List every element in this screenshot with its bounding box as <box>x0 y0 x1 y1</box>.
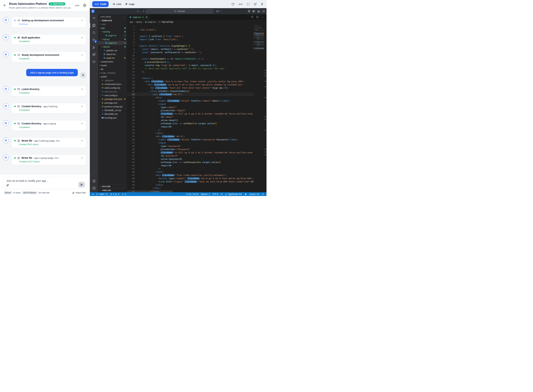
open-changes-icon[interactable] <box>251 16 253 19</box>
breadcrumb-item[interactable]: page.tsx <box>145 21 156 23</box>
chevron-down-icon[interactable] <box>81 54 83 56</box>
tree-item-upload[interactable]: upload <box>98 45 127 48</box>
tree-item-README-AI.md[interactable]: README_AI.md <box>98 108 127 112</box>
tab-live[interactable]: Live <box>113 3 121 5</box>
breadcrumb-item[interactable]: SignUpPage <box>159 21 173 23</box>
source-control-icon[interactable]: 5 <box>90 38 98 42</box>
indentation[interactable]: Spaces: 2 <box>200 193 211 195</box>
tree-item-README.md[interactable]: README.md <box>98 112 127 116</box>
task-card[interactable]: Created directory app/landing Completed <box>11 103 86 113</box>
chevron-down-icon[interactable] <box>81 139 83 142</box>
attach-button[interactable] <box>5 182 10 188</box>
collaborators-icon[interactable] <box>261 3 264 6</box>
send-button[interactable] <box>78 182 85 187</box>
code-editor[interactable]: 1234567891011121314151617181920212223242… <box>127 24 266 192</box>
tab-logs[interactable]: Logs <box>125 3 135 5</box>
horizontal-scrollbar[interactable] <box>127 190 173 192</box>
view-code-icon[interactable]: </> <box>75 4 79 7</box>
remote-window-icon[interactable] <box>216 10 221 13</box>
workspace-root[interactable]: TEMPLATE <box>98 19 127 22</box>
tree-item-hooks[interactable]: hooks <box>98 63 127 67</box>
back-button[interactable] <box>3 4 6 7</box>
embed-code-icon[interactable]: </> <box>238 3 243 5</box>
more-actions-icon[interactable]: ··· <box>261 16 264 19</box>
chevron-down-icon[interactable] <box>81 122 83 125</box>
message-input[interactable]: Ask me to build or modify your app... <box>3 177 87 189</box>
tree-item-page.tsx[interactable]: page.tsxU <box>98 33 127 37</box>
settings-gear-icon[interactable] <box>83 4 86 7</box>
tab-page-tsx[interactable]: page.tsx U ✕ <box>127 14 150 20</box>
tree-item-globals.css[interactable]: #globals.css <box>98 48 127 52</box>
account-icon[interactable] <box>90 179 98 183</box>
nav-back-icon[interactable] <box>137 10 139 13</box>
tree-item-.gitignore[interactable]: .gitignore <box>98 79 127 82</box>
refresh-icon[interactable] <box>231 3 234 6</box>
tree-item-node-modules[interactable]: node_modules <box>98 71 127 75</box>
tree-item-lib[interactable]: lib <box>98 67 127 71</box>
git-branch-indicator[interactable]: main* <box>95 193 109 195</box>
tree-item-components.json[interactable]: {}components.json <box>98 82 127 86</box>
tree-item-public[interactable]: public <box>98 75 127 79</box>
tree-item-next-env.d.ts[interactable]: TSnext-env.d.ts <box>98 90 127 93</box>
outline-section[interactable]: OUTLINE <box>98 184 127 188</box>
layout-customize-icon[interactable] <box>248 10 251 13</box>
task-card[interactable]: Listed directory . Completed <box>11 86 86 96</box>
chevron-down-icon[interactable] <box>81 105 83 108</box>
open-external-icon[interactable] <box>254 3 257 6</box>
problems-indicator[interactable]: 0 0 <box>109 193 121 195</box>
toggle-secondary-sidebar-icon[interactable] <box>262 10 265 13</box>
tree-item-tsconfig.json[interactable]: TStsconfig.json <box>98 116 127 120</box>
tree-item-app[interactable]: app <box>98 26 127 30</box>
tree-item-page.tsx[interactable]: page.tsxM <box>98 56 127 60</box>
timeline-section[interactable]: TIMELINE <box>98 188 127 192</box>
manage-gear-icon[interactable] <box>90 187 98 190</box>
tree-item-page.tsx[interactable]: page.tsxU <box>98 41 127 45</box>
task-card[interactable]: Created directory app/signup Completed <box>11 120 86 131</box>
ports-indicator[interactable]: 0 <box>121 193 127 195</box>
tree-item-landing[interactable]: landing <box>98 30 127 33</box>
command-search-input[interactable]: template <box>146 9 213 14</box>
task-card[interactable]: Wrote file app/signup/page.tsx Created (… <box>11 155 86 165</box>
task-card[interactable]: Setting up development environment Runni… <box>11 17 86 28</box>
extensions-icon[interactable] <box>90 53 98 56</box>
split-editor-icon[interactable] <box>256 16 259 19</box>
explorer-icon[interactable] <box>90 23 98 27</box>
breadcrumb-item[interactable]: app <box>130 21 133 23</box>
breadcrumb-item[interactable]: signup <box>136 21 142 23</box>
attach-files-link[interactable]: Attach files <box>72 191 86 194</box>
task-card[interactable]: Ready development environment Completed <box>11 51 86 62</box>
close-tab-icon[interactable]: ✕ <box>146 16 148 19</box>
tree-item-eslint.config.mjs[interactable]: JSeslint.config.mjs <box>98 86 127 90</box>
toggle-sidebar-icon[interactable] <box>252 10 255 13</box>
remote-indicator[interactable] <box>91 193 95 195</box>
tree-item-components[interactable]: components <box>98 60 127 63</box>
chevron-down-icon[interactable] <box>81 36 83 39</box>
tree-item-package-lock.json[interactable]: {}package-lock.jsonM <box>98 97 127 101</box>
chat-icon[interactable] <box>90 60 98 64</box>
tree-item-next.config.ts[interactable]: TSnext.config.ts <box>98 93 127 97</box>
language-mode[interactable]: { }TypeScript JSX <box>224 193 243 195</box>
breadcrumb[interactable]: app›signup›page.tsx›SignUpPage <box>127 20 266 24</box>
explorer-more-icon[interactable]: ··· <box>123 16 125 18</box>
task-card[interactable]: Built application Completed <box>11 34 86 45</box>
copilot-icon[interactable] <box>243 193 248 195</box>
menu-icon[interactable] <box>90 16 98 19</box>
run-debug-icon[interactable] <box>90 46 98 49</box>
cursor-position[interactable]: Ln 22, Col 25 <box>185 193 199 195</box>
tree-item-package.json[interactable]: {}package.json <box>98 101 127 105</box>
task-card[interactable]: Wrote file app/landing/page.tsx Created … <box>11 137 86 148</box>
chevron-down-icon[interactable] <box>81 157 83 159</box>
eol[interactable]: LF <box>219 193 224 195</box>
tree-item-postcss.config.mjs[interactable]: JSpostcss.config.mjs <box>98 105 127 108</box>
toggle-panel-icon[interactable] <box>257 10 260 13</box>
fullscreen-icon[interactable] <box>247 3 250 6</box>
notifications-bell-icon[interactable] <box>261 193 265 195</box>
encoding[interactable]: UTF-8 <box>211 193 219 195</box>
tab-code[interactable]: </> Code <box>92 1 109 7</box>
tree-item-signup[interactable]: signup <box>98 37 127 41</box>
search-icon[interactable] <box>90 31 98 34</box>
tree-item-.next[interactable]: .next <box>98 22 127 26</box>
tree-item-layout.tsx[interactable]: layout.tsx <box>98 52 127 56</box>
minimap[interactable]: 'use client';import { useState } from 'r… <box>253 24 264 192</box>
chevron-down-icon[interactable] <box>81 88 83 90</box>
